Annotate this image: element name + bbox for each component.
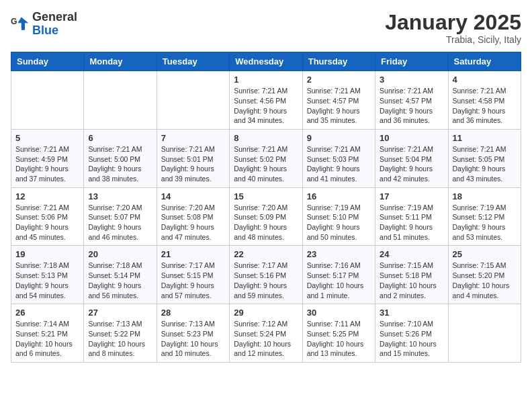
table-row: 10Sunrise: 7:21 AM Sunset: 5:04 PM Dayli… [375,129,448,187]
table-row: 9Sunrise: 7:21 AM Sunset: 5:03 PM Daylig… [302,129,375,187]
table-row: 7Sunrise: 7:21 AM Sunset: 5:01 PM Daylig… [157,129,229,187]
day-info: Sunrise: 7:21 AM Sunset: 4:57 PM Dayligh… [307,86,371,126]
table-row: 30Sunrise: 7:11 AM Sunset: 5:25 PM Dayli… [302,304,375,363]
table-row: 16Sunrise: 7:19 AM Sunset: 5:10 PM Dayli… [302,187,375,246]
table-row: 5Sunrise: 7:21 AM Sunset: 4:59 PM Daylig… [11,129,84,187]
day-info: Sunrise: 7:17 AM Sunset: 5:16 PM Dayligh… [234,261,298,300]
calendar-week-row: 1Sunrise: 7:21 AM Sunset: 4:56 PM Daylig… [11,71,521,130]
day-number: 31 [380,308,443,318]
day-number: 24 [380,249,443,259]
day-number: 5 [15,133,79,143]
day-info: Sunrise: 7:20 AM Sunset: 5:09 PM Dayligh… [234,203,298,242]
day-number: 11 [453,133,517,143]
day-info: Sunrise: 7:13 AM Sunset: 5:23 PM Dayligh… [161,319,225,359]
day-info: Sunrise: 7:21 AM Sunset: 5:02 PM Dayligh… [234,144,298,184]
day-number: 7 [161,133,225,143]
day-number: 21 [161,249,225,259]
table-row: 12Sunrise: 7:21 AM Sunset: 5:06 PM Dayli… [11,187,84,246]
title-block: January 2025 Trabia, Sicily, Italy [385,11,521,45]
day-number: 19 [15,249,79,259]
header-friday: Friday [375,52,448,71]
table-row: 17Sunrise: 7:19 AM Sunset: 5:11 PM Dayli… [375,187,448,246]
day-info: Sunrise: 7:20 AM Sunset: 5:07 PM Dayligh… [88,203,152,242]
day-info: Sunrise: 7:19 AM Sunset: 5:12 PM Dayligh… [453,203,517,242]
table-row: 13Sunrise: 7:20 AM Sunset: 5:07 PM Dayli… [84,187,157,246]
day-number: 18 [453,191,517,201]
day-number: 13 [88,191,152,201]
table-row: 18Sunrise: 7:19 AM Sunset: 5:12 PM Dayli… [448,187,521,246]
header-monday: Monday [84,52,157,71]
day-number: 15 [234,191,298,201]
day-number: 10 [380,133,443,143]
calendar-week-row: 26Sunrise: 7:14 AM Sunset: 5:21 PM Dayli… [11,304,521,363]
table-row: 22Sunrise: 7:17 AM Sunset: 5:16 PM Dayli… [230,246,302,304]
table-row [11,71,84,130]
day-info: Sunrise: 7:17 AM Sunset: 5:15 PM Dayligh… [161,261,225,300]
table-row: 24Sunrise: 7:15 AM Sunset: 5:18 PM Dayli… [375,246,448,304]
day-info: Sunrise: 7:18 AM Sunset: 5:14 PM Dayligh… [88,261,152,300]
day-info: Sunrise: 7:21 AM Sunset: 5:05 PM Dayligh… [453,144,517,184]
day-info: Sunrise: 7:12 AM Sunset: 5:24 PM Dayligh… [234,319,298,359]
day-number: 4 [453,75,517,85]
table-row: 8Sunrise: 7:21 AM Sunset: 5:02 PM Daylig… [230,129,302,187]
day-info: Sunrise: 7:21 AM Sunset: 4:59 PM Dayligh… [15,144,79,184]
day-number: 25 [453,249,517,259]
day-number: 27 [88,308,152,318]
logo-icon: G [11,15,30,34]
weekday-header-row: Sunday Monday Tuesday Wednesday Thursday… [11,52,521,71]
day-number: 26 [15,308,79,318]
day-info: Sunrise: 7:19 AM Sunset: 5:10 PM Dayligh… [307,203,371,242]
day-number: 2 [307,75,371,85]
day-number: 9 [307,133,371,143]
day-info: Sunrise: 7:18 AM Sunset: 5:13 PM Dayligh… [15,261,79,300]
table-row: 6Sunrise: 7:21 AM Sunset: 5:00 PM Daylig… [84,129,157,187]
day-number: 1 [234,75,298,85]
day-number: 20 [88,249,152,259]
logo-general-text: General [32,10,77,24]
day-info: Sunrise: 7:11 AM Sunset: 5:25 PM Dayligh… [307,319,371,359]
svg-marker-1 [18,17,29,30]
location-subtitle: Trabia, Sicily, Italy [385,34,521,45]
day-info: Sunrise: 7:21 AM Sunset: 5:01 PM Dayligh… [161,144,225,184]
table-row: 28Sunrise: 7:13 AM Sunset: 5:23 PM Dayli… [157,304,229,363]
day-info: Sunrise: 7:14 AM Sunset: 5:21 PM Dayligh… [15,319,79,359]
calendar-week-row: 12Sunrise: 7:21 AM Sunset: 5:06 PM Dayli… [11,187,521,246]
calendar-week-row: 19Sunrise: 7:18 AM Sunset: 5:13 PM Dayli… [11,246,521,304]
table-row [84,71,157,130]
day-info: Sunrise: 7:21 AM Sunset: 4:56 PM Dayligh… [234,86,298,126]
header-saturday: Saturday [448,52,521,71]
table-row: 14Sunrise: 7:20 AM Sunset: 5:08 PM Dayli… [157,187,229,246]
table-row: 15Sunrise: 7:20 AM Sunset: 5:09 PM Dayli… [230,187,302,246]
table-row: 26Sunrise: 7:14 AM Sunset: 5:21 PM Dayli… [11,304,84,363]
table-row: 1Sunrise: 7:21 AM Sunset: 4:56 PM Daylig… [230,71,302,130]
table-row: 4Sunrise: 7:21 AM Sunset: 4:58 PM Daylig… [448,71,521,130]
table-row [157,71,229,130]
calendar-week-row: 5Sunrise: 7:21 AM Sunset: 4:59 PM Daylig… [11,129,521,187]
table-row: 11Sunrise: 7:21 AM Sunset: 5:05 PM Dayli… [448,129,521,187]
day-info: Sunrise: 7:15 AM Sunset: 5:20 PM Dayligh… [453,261,517,300]
day-number: 6 [88,133,152,143]
table-row [448,304,521,363]
day-number: 3 [380,75,443,85]
day-info: Sunrise: 7:21 AM Sunset: 5:04 PM Dayligh… [380,144,443,184]
month-title: January 2025 [385,11,521,34]
day-info: Sunrise: 7:19 AM Sunset: 5:11 PM Dayligh… [380,203,443,242]
day-number: 30 [307,308,371,318]
day-number: 8 [234,133,298,143]
day-info: Sunrise: 7:21 AM Sunset: 4:58 PM Dayligh… [453,86,517,126]
table-row: 29Sunrise: 7:12 AM Sunset: 5:24 PM Dayli… [230,304,302,363]
day-info: Sunrise: 7:16 AM Sunset: 5:17 PM Dayligh… [307,261,371,300]
day-info: Sunrise: 7:15 AM Sunset: 5:18 PM Dayligh… [380,261,443,300]
table-row: 2Sunrise: 7:21 AM Sunset: 4:57 PM Daylig… [302,71,375,130]
day-number: 12 [15,191,79,201]
header-sunday: Sunday [11,52,84,71]
table-row: 20Sunrise: 7:18 AM Sunset: 5:14 PM Dayli… [84,246,157,304]
day-info: Sunrise: 7:20 AM Sunset: 5:08 PM Dayligh… [161,203,225,242]
svg-text:G: G [11,17,17,26]
table-row: 19Sunrise: 7:18 AM Sunset: 5:13 PM Dayli… [11,246,84,304]
day-info: Sunrise: 7:21 AM Sunset: 5:00 PM Dayligh… [88,144,152,184]
day-number: 14 [161,191,225,201]
header-tuesday: Tuesday [157,52,229,71]
day-number: 23 [307,249,371,259]
day-info: Sunrise: 7:13 AM Sunset: 5:22 PM Dayligh… [88,319,152,359]
